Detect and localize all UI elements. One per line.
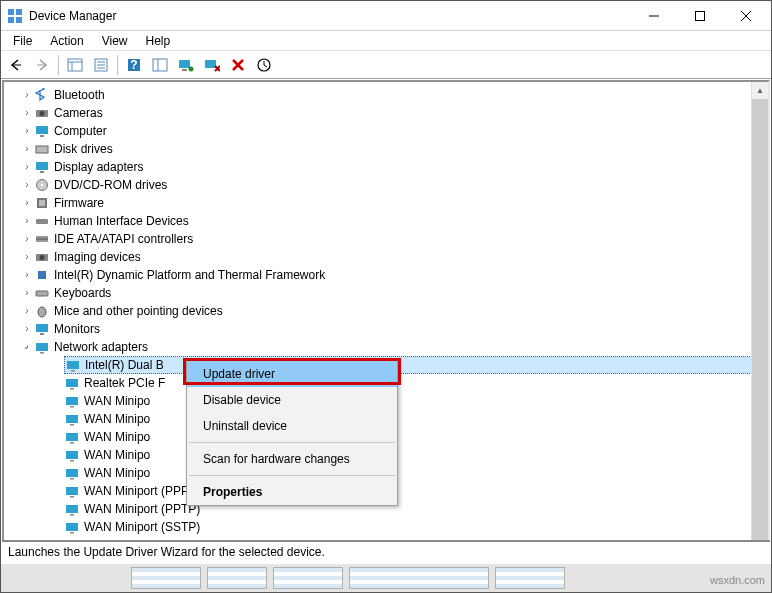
tree-item-dvd[interactable]: ›DVD/CD-ROM drives	[20, 176, 768, 194]
tree-item-cameras[interactable]: ›Cameras	[20, 104, 768, 122]
update-driver-icon[interactable]	[174, 54, 198, 76]
nic-icon	[64, 429, 80, 445]
footer	[1, 564, 771, 592]
menu-action[interactable]: Action	[42, 33, 91, 49]
svg-rect-53	[66, 379, 78, 387]
expand-icon[interactable]: ›	[20, 284, 34, 302]
keyboard-icon	[34, 285, 50, 301]
tree-item-firmware[interactable]: ›Firmware	[20, 194, 768, 212]
nic-icon	[64, 483, 80, 499]
enable-icon[interactable]	[252, 54, 276, 76]
svg-rect-59	[66, 433, 78, 441]
tree-item-network-adapters[interactable]: ›Network adapters	[20, 338, 768, 356]
svg-rect-10	[68, 59, 82, 71]
svg-rect-57	[66, 415, 78, 423]
adapter-wan-1[interactable]: WAN Minipo	[64, 410, 768, 428]
menu-help[interactable]: Help	[138, 33, 179, 49]
close-button[interactable]	[723, 2, 769, 30]
nic-icon	[65, 357, 81, 373]
expand-icon[interactable]: ›	[20, 104, 34, 122]
bluetooth-icon	[34, 87, 50, 103]
adapter-wan-2[interactable]: WAN Minipo	[64, 428, 768, 446]
tree-item-disk-drives[interactable]: ›Disk drives	[20, 140, 768, 158]
scan-icon[interactable]	[148, 54, 172, 76]
svg-rect-30	[36, 126, 48, 134]
monitor-icon	[34, 321, 50, 337]
adapter-realtek[interactable]: Realtek PCIe F	[64, 374, 768, 392]
separator	[189, 475, 395, 476]
expand-icon[interactable]: ›	[20, 122, 34, 140]
ctx-scan-hardware[interactable]: Scan for hardware changes	[187, 446, 397, 472]
uninstall-icon[interactable]	[200, 54, 224, 76]
tree-item-keyboards[interactable]: ›Keyboards	[20, 284, 768, 302]
expand-icon[interactable]: ›	[20, 194, 34, 212]
show-hidden-icon[interactable]	[63, 54, 87, 76]
maximize-button[interactable]	[677, 2, 723, 30]
hid-icon	[34, 213, 50, 229]
adapter-intel-dual[interactable]: Intel(R) Dual B	[64, 356, 768, 374]
svg-rect-21	[179, 60, 190, 68]
camera-icon	[34, 105, 50, 121]
scroll-thumb[interactable]	[752, 99, 768, 543]
forward-button[interactable]	[30, 54, 54, 76]
svg-rect-5	[696, 11, 705, 20]
adapter-wan-0[interactable]: WAN Minipo	[64, 392, 768, 410]
expand-icon[interactable]: ›	[20, 86, 34, 104]
svg-rect-64	[70, 478, 74, 480]
tree-item-ide[interactable]: ›IDE ATA/ATAPI controllers	[20, 230, 768, 248]
minimize-button[interactable]	[631, 2, 677, 30]
help-icon[interactable]: ?	[122, 54, 146, 76]
disable-icon[interactable]	[226, 54, 250, 76]
adapter-wan-pppoe[interactable]: WAN Miniport (PPPOE)	[64, 482, 768, 500]
disk-icon	[34, 141, 50, 157]
nic-icon	[64, 501, 80, 517]
expand-icon[interactable]: ›	[20, 176, 34, 194]
svg-rect-32	[36, 146, 48, 153]
adapter-wan-4[interactable]: WAN Minipo	[64, 464, 768, 482]
nic-icon	[64, 393, 80, 409]
tree-item-bluetooth[interactable]: ›Bluetooth	[20, 86, 768, 104]
svg-rect-45	[36, 291, 48, 296]
context-menu: Update driver Disable device Uninstall d…	[186, 360, 398, 506]
ctx-uninstall-device[interactable]: Uninstall device	[187, 413, 397, 439]
svg-point-23	[189, 66, 194, 71]
properties-icon[interactable]	[89, 54, 113, 76]
svg-point-29	[40, 111, 45, 116]
svg-rect-66	[70, 496, 74, 498]
expand-icon[interactable]: ›	[20, 302, 34, 320]
expand-icon[interactable]: ›	[20, 212, 34, 230]
adapter-wan-pptp[interactable]: WAN Miniport (PPTP)	[64, 500, 768, 518]
tree-item-mice[interactable]: ›Mice and other pointing devices	[20, 302, 768, 320]
ctx-properties[interactable]: Properties	[187, 479, 397, 505]
svg-rect-69	[66, 523, 78, 531]
svg-text:?: ?	[130, 58, 137, 72]
tree-item-hid[interactable]: ›Human Interface Devices	[20, 212, 768, 230]
menu-file[interactable]: File	[5, 33, 40, 49]
scroll-up-icon[interactable]: ▲	[752, 82, 768, 99]
menu-view[interactable]: View	[94, 33, 136, 49]
expand-icon[interactable]: ›	[20, 140, 34, 158]
watermark: wsxdn.com	[710, 574, 765, 586]
back-button[interactable]	[4, 54, 28, 76]
ctx-update-driver[interactable]: Update driver	[187, 361, 397, 387]
tree-item-monitors[interactable]: ›Monitors	[20, 320, 768, 338]
expand-icon[interactable]: ›	[20, 266, 34, 284]
vertical-scrollbar[interactable]: ▲ ▼	[751, 82, 768, 560]
status-bar: Launches the Update Driver Wizard for th…	[2, 540, 770, 562]
tree-item-intel-dptf[interactable]: ›Intel(R) Dynamic Platform and Thermal F…	[20, 266, 768, 284]
expand-icon[interactable]: ›	[20, 230, 34, 248]
titlebar: Device Manager	[1, 1, 771, 31]
thumbnail	[349, 567, 489, 589]
ctx-disable-device[interactable]: Disable device	[187, 387, 397, 413]
svg-rect-0	[8, 9, 14, 15]
expand-icon[interactable]: ›	[20, 158, 34, 176]
adapter-wan-3[interactable]: WAN Minipo	[64, 446, 768, 464]
window-title: Device Manager	[29, 9, 631, 23]
svg-rect-39	[36, 219, 48, 224]
adapter-wan-sstp[interactable]: WAN Miniport (SSTP)	[64, 518, 768, 536]
tree-item-computer[interactable]: ›Computer	[20, 122, 768, 140]
svg-rect-31	[40, 135, 44, 137]
tree-item-imaging[interactable]: ›Imaging devices	[20, 248, 768, 266]
expand-icon[interactable]: ›	[20, 248, 34, 266]
tree-item-display-adapters[interactable]: ›Display adapters	[20, 158, 768, 176]
